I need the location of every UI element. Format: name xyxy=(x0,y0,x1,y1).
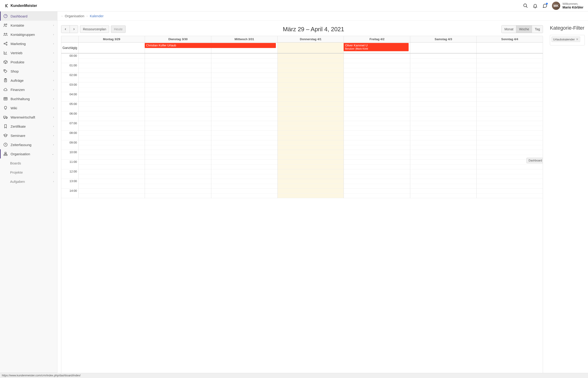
hour-slot[interactable] xyxy=(211,160,277,169)
hour-slot[interactable] xyxy=(79,131,145,140)
hour-slot[interactable] xyxy=(211,92,277,102)
hour-slot[interactable] xyxy=(145,92,211,102)
sidebar-item-aufträge[interactable]: Aufträge› xyxy=(0,76,57,85)
hour-slot[interactable] xyxy=(477,140,543,150)
hour-slot[interactable] xyxy=(211,54,277,63)
bell-icon[interactable] xyxy=(533,3,538,8)
hour-slot[interactable] xyxy=(79,189,145,198)
hour-slot[interactable] xyxy=(344,131,410,140)
remove-tag-icon[interactable]: ✕ xyxy=(576,38,579,41)
hour-slot[interactable] xyxy=(145,82,211,92)
prev-week-button[interactable] xyxy=(61,26,69,33)
sidebar-item-warenwirtschaft[interactable]: Warenwirtschaft› xyxy=(0,112,57,122)
hour-slot[interactable] xyxy=(145,150,211,160)
hour-slot[interactable] xyxy=(79,63,145,73)
hour-slot[interactable] xyxy=(145,169,211,179)
hour-slot[interactable] xyxy=(79,73,145,82)
hour-slot[interactable] xyxy=(344,179,410,189)
hour-slot[interactable] xyxy=(278,169,344,179)
sidebar-item-dashboard[interactable]: Dashboard xyxy=(0,12,57,21)
sidebar-sub-projekte[interactable]: Projekte› xyxy=(0,168,57,177)
hour-slot[interactable] xyxy=(211,63,277,73)
hour-slot[interactable] xyxy=(278,82,344,92)
breadcrumb-level1[interactable]: Organisation xyxy=(65,14,84,18)
hour-slot[interactable] xyxy=(477,73,543,82)
sidebar-item-zeiterfassung[interactable]: Zeiterfassung› xyxy=(0,140,57,149)
chat-icon[interactable] xyxy=(542,3,547,8)
view-month-button[interactable]: Monat xyxy=(502,26,516,33)
hour-slot[interactable] xyxy=(79,150,145,160)
hour-slot[interactable] xyxy=(410,54,476,63)
hour-slot[interactable] xyxy=(410,179,476,189)
hour-slot[interactable] xyxy=(410,131,476,140)
sidebar-sub-boards[interactable]: Boards xyxy=(0,159,57,168)
allday-cell[interactable] xyxy=(277,42,344,53)
hour-slot[interactable] xyxy=(344,189,410,198)
hour-slot[interactable] xyxy=(477,92,543,102)
hour-slot[interactable] xyxy=(278,189,344,198)
hour-slot[interactable] xyxy=(278,131,344,140)
hour-slot[interactable] xyxy=(278,102,344,111)
hour-slot[interactable] xyxy=(344,160,410,169)
sidebar-item-kontakte[interactable]: Kontakte› xyxy=(0,21,57,30)
hour-slot[interactable] xyxy=(145,102,211,111)
sidebar-item-kontaktgruppen[interactable]: Kontaktgruppen› xyxy=(0,30,57,39)
hour-slot[interactable] xyxy=(211,131,277,140)
hour-slot[interactable] xyxy=(145,179,211,189)
filter-tag-box[interactable]: Urlaubskalender ✕ xyxy=(550,35,585,45)
hour-slot[interactable] xyxy=(410,82,476,92)
hour-slot[interactable] xyxy=(211,102,277,111)
hour-slot[interactable] xyxy=(79,102,145,111)
hour-slot[interactable] xyxy=(278,160,344,169)
hour-slot[interactable] xyxy=(344,102,410,111)
hour-slot[interactable] xyxy=(211,150,277,160)
hour-slot[interactable] xyxy=(410,160,476,169)
hour-slot[interactable] xyxy=(145,131,211,140)
hour-slot[interactable] xyxy=(344,150,410,160)
logo[interactable]: KundenMeister xyxy=(5,3,37,8)
user-menu[interactable]: MK Willkommen, Mario Körbler xyxy=(552,2,583,10)
view-day-button[interactable]: Tag xyxy=(532,26,543,33)
hour-slot[interactable] xyxy=(79,121,145,131)
sidebar-item-zertifikate[interactable]: Zertifikate› xyxy=(0,122,57,131)
hour-slot[interactable] xyxy=(278,92,344,102)
allday-cell[interactable] xyxy=(78,42,145,53)
hour-slot[interactable] xyxy=(79,179,145,189)
hour-slot[interactable] xyxy=(477,102,543,111)
hour-slot[interactable] xyxy=(145,111,211,121)
hour-slot[interactable] xyxy=(344,92,410,102)
search-icon[interactable] xyxy=(523,3,528,8)
hour-slot[interactable] xyxy=(211,189,277,198)
hour-slot[interactable] xyxy=(344,54,410,63)
sidebar-item-organisation[interactable]: Organisation⌄ xyxy=(0,149,57,159)
hour-slot[interactable] xyxy=(145,121,211,131)
sidebar-item-vertrieb[interactable]: Vertrieb› xyxy=(0,48,57,57)
hour-slot[interactable] xyxy=(278,121,344,131)
hour-slot[interactable] xyxy=(410,73,476,82)
hour-slot[interactable] xyxy=(477,121,543,131)
today-button[interactable]: Heute xyxy=(111,26,125,33)
hour-slot[interactable] xyxy=(211,111,277,121)
hour-slot[interactable] xyxy=(145,73,211,82)
calendar-event[interactable]: Oliver Kammel UBenutzer: [Mario Körbl xyxy=(344,43,409,51)
sidebar-item-shop[interactable]: Shop› xyxy=(0,67,57,76)
hour-slot[interactable] xyxy=(278,73,344,82)
hour-slot[interactable] xyxy=(145,63,211,73)
hour-slot[interactable] xyxy=(145,160,211,169)
hour-slot[interactable] xyxy=(477,179,543,189)
hour-slot[interactable] xyxy=(211,179,277,189)
resource-plan-button[interactable]: Ressourcenplan xyxy=(80,26,109,33)
allday-cell[interactable] xyxy=(410,42,476,53)
hour-slot[interactable] xyxy=(278,63,344,73)
hour-slot[interactable] xyxy=(344,82,410,92)
hour-slot[interactable] xyxy=(79,111,145,121)
hour-slot[interactable] xyxy=(145,54,211,63)
breadcrumb-level2[interactable]: Kalender xyxy=(90,14,104,18)
hour-slot[interactable] xyxy=(344,63,410,73)
hour-slot[interactable] xyxy=(410,189,476,198)
sidebar-item-buchhaltung[interactable]: Buchhaltung› xyxy=(0,94,57,103)
hour-slot[interactable] xyxy=(145,140,211,150)
hour-slot[interactable] xyxy=(278,140,344,150)
hour-slot[interactable] xyxy=(79,140,145,150)
hour-slot[interactable] xyxy=(278,150,344,160)
